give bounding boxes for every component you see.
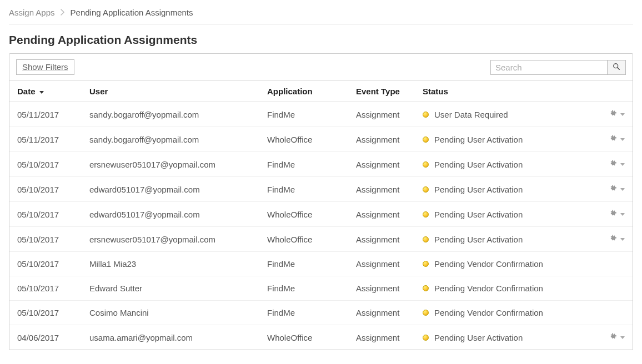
status-indicator-icon [423, 136, 429, 143]
cell-user: sandy.bogaroff@yopmail.com [82, 127, 259, 152]
breadcrumb-parent-link[interactable]: Assign Apps [9, 8, 55, 17]
cell-application: WholeOffice [259, 227, 348, 252]
column-header-date[interactable]: Date [9, 81, 82, 102]
cell-status: Pending Vendor Confirmation [415, 301, 594, 325]
search-input[interactable] [490, 60, 607, 75]
breadcrumb: Assign Apps Pending Application Assignme… [9, 6, 633, 24]
cell-application: FindMe [259, 102, 348, 127]
status-text: User Data Required [434, 110, 508, 119]
table-row: 05/11/2017sandy.bogaroff@yopmail.comFind… [9, 102, 633, 127]
cell-user: sandy.bogaroff@yopmail.com [82, 102, 259, 127]
status-indicator-icon [423, 236, 429, 242]
column-header-user[interactable]: User [82, 81, 259, 102]
search-group [490, 60, 626, 75]
cell-actions [594, 127, 633, 152]
column-header-status[interactable]: Status [415, 81, 594, 102]
cell-application: WholeOffice [259, 127, 348, 152]
status-text: Pending User Activation [434, 210, 523, 219]
cell-user: Edward Sutter [82, 276, 259, 301]
svg-line-1 [618, 67, 619, 69]
chevron-down-icon [620, 238, 625, 241]
cell-application: FindMe [259, 252, 348, 276]
cell-user: usama.amari@yopmail.com [82, 325, 259, 350]
row-actions-menu[interactable] [609, 332, 625, 342]
row-actions-menu[interactable] [609, 209, 625, 219]
cell-event-type: Assignment [348, 276, 415, 301]
cell-user: edward051017@yopmail.com [82, 177, 259, 202]
chevron-right-icon [61, 8, 65, 17]
cell-date: 05/11/2017 [9, 102, 82, 127]
gear-icon [609, 332, 617, 342]
cell-date: 05/11/2017 [9, 127, 82, 152]
column-header-event-type[interactable]: Event Type [348, 81, 415, 102]
column-header-date-label: Date [17, 87, 36, 96]
cell-actions [594, 276, 633, 301]
search-button[interactable] [607, 60, 626, 75]
table-row: 05/10/2017Edward SutterFindMeAssignmentP… [9, 276, 633, 301]
cell-actions [594, 177, 633, 202]
cell-date: 05/10/2017 [9, 301, 82, 325]
row-actions-menu[interactable] [609, 134, 625, 144]
cell-actions [594, 325, 633, 350]
status-text: Pending Vendor Confirmation [434, 259, 543, 269]
cell-date: 05/10/2017 [9, 276, 82, 301]
gear-icon [609, 234, 617, 244]
cell-date: 04/06/2017 [9, 325, 82, 350]
assignments-panel: Show Filters Date User Application Event… [9, 53, 633, 350]
cell-date: 05/10/2017 [9, 227, 82, 252]
cell-application: FindMe [259, 301, 348, 325]
column-header-actions [594, 81, 633, 102]
table-row: 05/10/2017edward051017@yopmail.comFindMe… [9, 177, 633, 202]
cell-event-type: Assignment [348, 325, 415, 350]
status-indicator-icon [423, 285, 429, 291]
gear-icon [609, 209, 617, 219]
status-indicator-icon [423, 112, 429, 118]
table-row: 05/10/2017Cosimo ManciniFindMeAssignment… [9, 301, 633, 325]
toolbar: Show Filters [9, 54, 633, 80]
cell-status: User Data Required [415, 102, 594, 127]
status-indicator-icon [423, 161, 429, 168]
chevron-down-icon [620, 188, 625, 191]
cell-status: Pending Vendor Confirmation [415, 252, 594, 276]
status-text: Pending User Activation [434, 235, 523, 244]
table-row: 05/10/2017ersnewuser051017@yopmail.comWh… [9, 227, 633, 252]
cell-application: WholeOffice [259, 325, 348, 350]
status-text: Pending User Activation [434, 160, 523, 169]
row-actions-menu[interactable] [609, 234, 625, 244]
breadcrumb-current: Pending Application Assignments [71, 8, 193, 17]
status-indicator-icon [423, 310, 429, 316]
cell-status: Pending User Activation [415, 227, 594, 252]
cell-date: 05/10/2017 [9, 202, 82, 227]
status-text: Pending Vendor Confirmation [434, 308, 543, 317]
status-indicator-icon [423, 261, 429, 267]
cell-user: ersnewuser051017@yopmail.com [82, 152, 259, 177]
chevron-down-icon [620, 138, 625, 141]
cell-status: Pending User Activation [415, 325, 594, 350]
cell-status: Pending User Activation [415, 152, 594, 177]
assignments-table: Date User Application Event Type Status … [9, 80, 633, 350]
gear-icon [609, 109, 617, 119]
chevron-down-icon [620, 336, 625, 339]
row-actions-menu[interactable] [609, 184, 625, 194]
cell-date: 05/10/2017 [9, 152, 82, 177]
cell-event-type: Assignment [348, 202, 415, 227]
chevron-down-icon [620, 113, 625, 116]
cell-event-type: Assignment [348, 127, 415, 152]
cell-application: FindMe [259, 177, 348, 202]
cell-event-type: Assignment [348, 252, 415, 276]
cell-date: 05/10/2017 [9, 252, 82, 276]
cell-user: ersnewuser051017@yopmail.com [82, 227, 259, 252]
table-row: 05/10/2017edward051017@yopmail.comWholeO… [9, 202, 633, 227]
cell-actions [594, 152, 633, 177]
status-text: Pending User Activation [434, 333, 523, 342]
status-indicator-icon [423, 186, 429, 193]
page-title: Pending Application Assignments [9, 33, 633, 47]
cell-event-type: Assignment [348, 301, 415, 325]
cell-status: Pending User Activation [415, 177, 594, 202]
row-actions-menu[interactable] [609, 159, 625, 169]
row-actions-menu[interactable] [609, 109, 625, 119]
show-filters-button[interactable]: Show Filters [16, 59, 74, 75]
column-header-application[interactable]: Application [259, 81, 348, 102]
cell-event-type: Assignment [348, 227, 415, 252]
table-row: 05/10/2017ersnewuser051017@yopmail.comFi… [9, 152, 633, 177]
